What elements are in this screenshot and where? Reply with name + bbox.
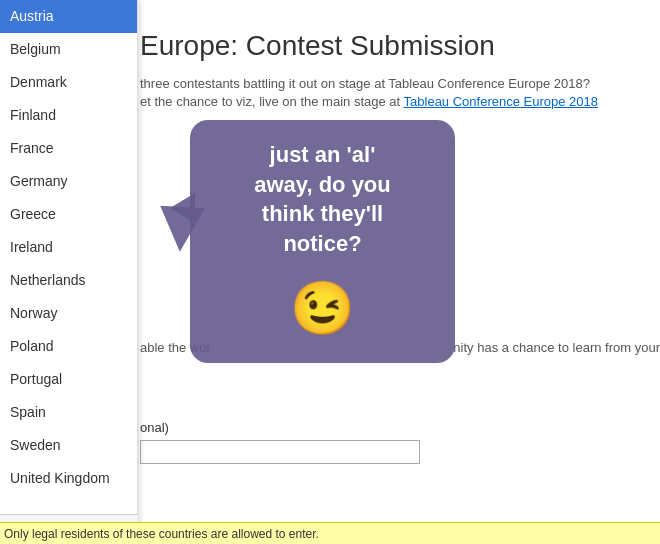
page-title: Europe: Contest Submission: [140, 30, 495, 62]
dropdown-item-poland[interactable]: Poland: [0, 330, 137, 363]
tooltip-emoji: 😉: [214, 273, 431, 343]
dropdown-item-portugal[interactable]: Portugal: [0, 363, 137, 396]
tooltip-bubble: just an 'al' away, do you think they'll …: [190, 120, 455, 363]
dropdown-item-norway[interactable]: Norway: [0, 297, 137, 330]
dropdown-item-france[interactable]: France: [0, 132, 137, 165]
dropdown-item-germany[interactable]: Germany: [0, 165, 137, 198]
dropdown-item-belgium[interactable]: Belgium: [0, 33, 137, 66]
tooltip-line4: notice?: [214, 229, 431, 259]
tooltip-line2: away, do you: [214, 170, 431, 200]
country-dropdown[interactable]: AustriaBelgiumDenmarkFinlandFranceGerman…: [0, 0, 138, 544]
optional-input[interactable]: [140, 440, 420, 464]
dropdown-item-denmark[interactable]: Denmark: [0, 66, 137, 99]
dropdown-item-finland[interactable]: Finland: [0, 99, 137, 132]
dropdown-items: AustriaBelgiumDenmarkFinlandFranceGerman…: [0, 0, 137, 495]
subtitle-text-1: three contestants battling it out on sta…: [140, 76, 590, 91]
warning-bar: Only legal residents of these countries …: [0, 522, 660, 544]
tooltip-line3: think they'll: [214, 199, 431, 229]
dropdown-item-netherlands[interactable]: Netherlands: [0, 264, 137, 297]
dropdown-item-austria[interactable]: Austria: [0, 0, 137, 33]
dropdown-item-greece[interactable]: Greece: [0, 198, 137, 231]
tooltip-line1: just an 'al': [214, 140, 431, 170]
dropdown-item-sweden[interactable]: Sweden: [0, 429, 137, 462]
subtitle-text-2: et the chance to viz, live on the main s…: [140, 94, 400, 109]
dropdown-item-united-kingdom[interactable]: United Kingdom: [0, 462, 137, 495]
partial-text-right: nity has a chance to learn from your: [453, 340, 660, 355]
dropdown-item-ireland[interactable]: Ireland: [0, 231, 137, 264]
optional-label: onal): [140, 420, 169, 435]
page-subtitle: three contestants battling it out on sta…: [140, 75, 660, 111]
warning-text: Only legal residents of these countries …: [4, 527, 319, 541]
dropdown-item-spain[interactable]: Spain: [0, 396, 137, 429]
subtitle-link[interactable]: Tableau Conference Europe 2018: [404, 94, 598, 109]
